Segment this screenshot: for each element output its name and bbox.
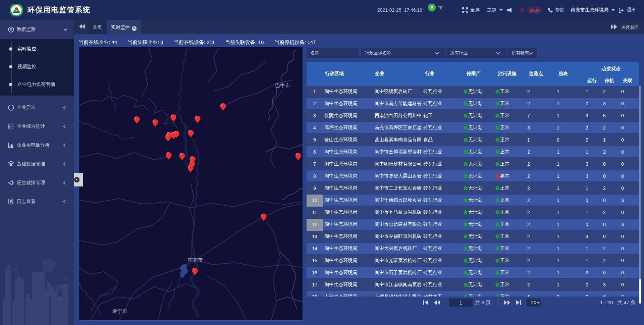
chevron-left-icon [63, 143, 67, 147]
table-row[interactable]: 18南部生态环境局南部县砚华水泥有限公砖材加工无计划正常60060 [307, 291, 639, 296]
sidebar-menu-list: 企业异常企业综合统计企业用电量分析基础数据管理应急减排管理日志查看 [0, 98, 74, 211]
stopped-cell: 0 [600, 267, 619, 278]
chevron-left-icon [63, 200, 67, 203]
tabs-scroll-left-icon[interactable] [79, 24, 85, 29]
first-page-icon[interactable] [423, 296, 429, 309]
industry-cell: 食品 [423, 134, 462, 145]
table-row[interactable]: 16阆中生态环境局阆中市石子页岩机砖厂砖瓦行业无计划正常21300 [307, 267, 639, 279]
sidebar-subitem-label: 视频监控 [17, 64, 36, 70]
status-select[interactable]: 所有状态 [507, 48, 537, 58]
logout-button[interactable]: 退出 [619, 0, 636, 20]
layers-icon [8, 161, 14, 167]
tab-close-icon[interactable]: ✕ [132, 26, 137, 31]
table-scrollbar[interactable] [639, 86, 641, 304]
table-row[interactable]: 12阆中生态环境局阆中市忠信建材有限公砖瓦行业无计划正常21003 [307, 219, 639, 231]
industry-cell: 砖瓦行业 [423, 243, 462, 254]
sidebar-item-应急减排管理[interactable]: 应急减排管理 [0, 173, 74, 192]
sidebar-item-企业综合统计[interactable]: 企业综合统计 [0, 117, 74, 136]
map-city-label: 南充市 [188, 257, 203, 263]
next-page-icon[interactable] [504, 296, 510, 309]
facility-status-cell: 正常 [494, 110, 525, 121]
region-select[interactable]: 行政区域名称 [361, 48, 445, 58]
phone-icon [548, 8, 553, 13]
scrollbar-thumb[interactable] [639, 279, 641, 304]
table-row[interactable]: 9阆中生态环境局阆中市二龙长宝页岩砖砖瓦行业无计划正常21120 [307, 182, 639, 195]
tabs-scroll-right-icon[interactable] [610, 24, 617, 30]
status-dot-green [464, 234, 468, 238]
region-cell: 阆中生态环境局 [323, 207, 373, 218]
alarm-area[interactable]: 2632 [520, 0, 542, 20]
row-number-cell: 17 [307, 279, 323, 290]
org-dropdown[interactable]: 南充市生态环境局 [571, 0, 615, 20]
table-row[interactable]: 8阆中生态环境局阆中市枣碧大梁山页岩砖瓦行业无计划异常21300 [307, 170, 639, 182]
fullscreen-icon [462, 7, 468, 13]
status-dot-green [464, 198, 468, 202]
company-cell: 西南油气田分公司川中 [373, 110, 423, 121]
sidebar-item-基础数据管理[interactable]: 基础数据管理 [0, 155, 74, 173]
table-row[interactable]: 6阆中生态环境局阆中市金博瑞新型墙材砖瓦行业无计划正常21120 [307, 146, 639, 158]
facility-status-cell: 正常 [494, 231, 525, 242]
map-panel[interactable]: 巴中市南充市遂宁市 [79, 47, 303, 320]
table-row[interactable]: 10阆中生态环境局阆中千佛镇五郎垭页岩砖瓦行业无计划正常21003 [307, 195, 639, 207]
stats-bar: 当前在线企业: 44当前失联企业: 3当前在线设备: 211当前失联设备: 10… [74, 34, 644, 47]
stopped-cell: 2 [600, 243, 619, 254]
facility-status-cell: 正常 [494, 255, 525, 266]
status-dot-green [495, 126, 499, 130]
limit-status-cell: 无计划 [462, 110, 494, 121]
sidebar-item-企业异常[interactable]: 企业异常 [0, 98, 74, 117]
limit-status-cell: 无计划 [462, 279, 494, 290]
sidebar-group-data-monitoring[interactable]: 数据监测 [0, 20, 74, 39]
table-row[interactable]: 7阆中生态环境局阆中明阳建材有限公司砖瓦行业无计划正常21300 [307, 158, 639, 170]
caret-down-icon [499, 9, 503, 11]
fullscreen-button[interactable]: 全屏 [462, 0, 480, 20]
table-row[interactable]: 14阆中生态环境局阆中大兴页岩机砖厂砖瓦行业无计划正常21120 [307, 243, 639, 255]
table-row[interactable]: 3仪陇生态环境局西南油气田分公司川中化工无计划正常71350 [307, 110, 639, 122]
col-header-points: 监测点 [525, 62, 554, 86]
page-size-select[interactable]: 20 [527, 299, 541, 307]
region-cell: 阆中生态环境局 [323, 219, 373, 230]
table-row[interactable]: 2阆中生态环境局阆中市南方节能建材有砖瓦行业无计划正常21030 [307, 98, 639, 110]
col-header-running: 运行 [583, 73, 600, 86]
sidebar-item-日志查看[interactable]: 日志查看 [0, 192, 74, 211]
bullet-dot-icon [9, 47, 12, 51]
row-number-cell: 8 [307, 170, 323, 181]
status-dot-green [495, 138, 499, 142]
table-row[interactable]: 1阆中生态环境局阆中强锐页岩砖厂砖瓦行业无计划正常21120 [307, 86, 639, 98]
sidebar-subitem[interactable]: 视频监控 [0, 58, 74, 75]
meter-cell: 1 [554, 195, 583, 206]
running-cell: 1 [583, 86, 600, 97]
limit-status-cell: 无计划 [462, 134, 494, 145]
meter-cell: 1 [554, 182, 583, 194]
sidebar-subitem[interactable]: 企业电力负荷明细 [0, 75, 74, 93]
company-cell: 阆中市枣碧大梁山页岩 [373, 170, 423, 181]
pagination-range-info: 1 - 20 共 47 条 [600, 296, 636, 309]
table-row[interactable]: 15阆中生态环境局阆中市光富页岩机砖厂砖瓦行业无计划正常21120 [307, 255, 639, 267]
table-row[interactable]: 17阆中生态环境局阆中市江南镇阆南页岩砖瓦行业无计划正常21030 [307, 279, 639, 291]
theme-dropdown[interactable]: 主题 [487, 0, 503, 20]
sidebar-item-企业用电量分析[interactable]: 企业用电量分析 [0, 136, 74, 155]
industry-cell: 化工 [423, 110, 462, 121]
table-row[interactable]: 11阆中生态环境局阆中市五马桥页岩机砖砖瓦行业无计划正常21120 [307, 207, 639, 219]
industry-select[interactable]: 所有行业 [446, 48, 506, 58]
prev-page-icon[interactable] [434, 296, 440, 309]
close-operations-button[interactable]: 关闭操作 [621, 20, 640, 34]
page-number-input[interactable] [449, 299, 473, 307]
status-dot-green [495, 150, 499, 154]
points-cell: 2 [525, 98, 554, 109]
tab-realtime-monitoring[interactable]: 实时监控✕ [107, 20, 141, 34]
help-button[interactable]: 帮助 [548, 0, 565, 20]
table-row[interactable]: 5营山生态环境局营山县润丰肉食品有限食品无计划正常10010 [307, 134, 639, 146]
last-page-icon[interactable] [516, 296, 521, 309]
name-search-input[interactable] [307, 48, 359, 58]
mute-button[interactable] [507, 0, 512, 20]
table-row[interactable]: 13阆中生态环境局阆中市金福旺页岩机砖砖瓦行业无计划正常21300 [307, 231, 639, 243]
sidebar-subitem[interactable]: 实时监控 [0, 40, 74, 58]
map-collapse-button[interactable] [74, 173, 83, 186]
table-row[interactable]: 4高坪生态环境局南充市高坪区王家店建砖瓦行业无计划正常31220 [307, 122, 639, 134]
tab-home[interactable]: 首页 [88, 20, 107, 34]
caret-down-icon [611, 9, 615, 11]
status-dot-green [464, 186, 468, 190]
points-cell: 2 [525, 231, 554, 242]
facility-status-cell: 正常 [494, 219, 525, 230]
industry-cell: 砖瓦行业 [423, 207, 462, 218]
